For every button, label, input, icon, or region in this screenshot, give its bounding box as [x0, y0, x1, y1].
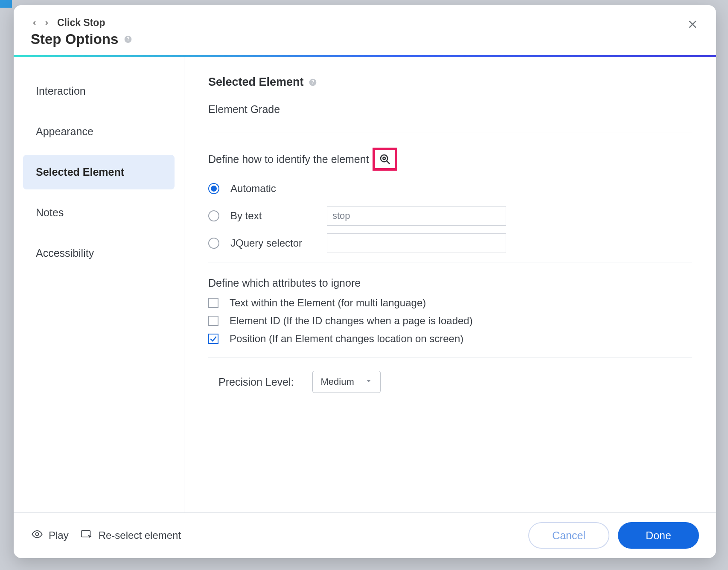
dialog-footer: Play Re-select element Cancel Done	[14, 512, 716, 558]
sidebar-item-label: Accessibility	[36, 247, 94, 259]
sidebar-item-accessibility[interactable]: Accessibility	[23, 236, 175, 270]
breadcrumb-prev-button[interactable]	[31, 18, 38, 28]
precision-row: Precision Level: Medium	[208, 371, 692, 393]
sidebar-item-appearance[interactable]: Appearance	[23, 114, 175, 149]
help-icon[interactable]	[308, 78, 317, 87]
done-label: Done	[646, 529, 671, 542]
radio-jquery-label: JQuery selector	[230, 237, 316, 249]
sidebar-item-selected-element[interactable]: Selected Element	[23, 155, 175, 189]
identify-label: Define how to identify the element	[208, 153, 369, 166]
jquery-input[interactable]	[327, 233, 506, 253]
dialog-header: Click Stop Step Options	[14, 5, 716, 55]
breadcrumb-label: Click Stop	[57, 17, 105, 29]
element-preview-button[interactable]	[373, 148, 397, 171]
cancel-label: Cancel	[552, 529, 585, 542]
radio-by-text-label: By text	[230, 210, 316, 222]
breadcrumb: Click Stop	[31, 17, 699, 29]
identify-row: Define how to identify the element	[208, 148, 692, 171]
svg-point-5	[383, 157, 385, 160]
section-title-text: Selected Element	[208, 76, 304, 89]
radio-by-text[interactable]	[208, 210, 219, 221]
by-text-input[interactable]	[327, 206, 506, 226]
ignore-elementid-row: Element ID (If the ID changes when a pag…	[208, 315, 692, 327]
close-button[interactable]	[687, 19, 700, 32]
sidebar-item-label: Appearance	[36, 125, 93, 137]
svg-line-6	[387, 161, 390, 164]
checkbox-position[interactable]	[208, 334, 218, 344]
sidebar-item-label: Selected Element	[36, 166, 124, 178]
svg-point-8	[36, 533, 39, 536]
radio-jquery[interactable]	[208, 238, 219, 249]
main-panel: Selected Element Element Grade Define ho…	[184, 57, 716, 512]
step-options-dialog: Click Stop Step Options Interaction Appe…	[14, 5, 716, 558]
divider	[208, 358, 692, 358]
breadcrumb-next-button[interactable]	[43, 18, 50, 28]
precision-select[interactable]: Medium	[312, 371, 381, 393]
eye-icon	[31, 528, 44, 543]
svg-marker-7	[367, 380, 371, 382]
cancel-button[interactable]: Cancel	[528, 522, 609, 549]
reselect-button[interactable]: Re-select element	[81, 528, 181, 543]
done-button[interactable]: Done	[618, 522, 699, 549]
sidebar: Interaction Appearance Selected Element …	[14, 57, 184, 512]
checkbox-position-label: Position (If an Element changes location…	[230, 333, 463, 345]
ignore-text-row: Text within the Element (for multi langu…	[208, 297, 692, 309]
checkbox-text-within[interactable]	[208, 298, 218, 308]
reselect-icon	[81, 528, 93, 543]
sidebar-item-label: Notes	[36, 206, 64, 218]
dialog-title-text: Step Options	[31, 31, 118, 47]
reselect-label: Re-select element	[99, 529, 181, 541]
divider	[208, 262, 692, 262]
checkbox-element-id-label: Element ID (If the ID changes when a pag…	[230, 315, 473, 327]
radio-bytext-row: By text	[208, 206, 692, 226]
ignore-attributes-header: Define which attributes to ignore	[208, 277, 692, 289]
play-label: Play	[49, 529, 69, 541]
precision-value: Medium	[320, 376, 354, 387]
sidebar-item-label: Interaction	[36, 85, 86, 97]
radio-automatic-row: Automatic	[208, 178, 692, 199]
svg-point-4	[381, 155, 387, 162]
checkbox-text-within-label: Text within the Element (for multi langu…	[230, 297, 426, 309]
radio-automatic-label: Automatic	[230, 183, 316, 195]
divider	[208, 133, 692, 133]
dialog-title: Step Options	[31, 31, 133, 47]
sidebar-item-notes[interactable]: Notes	[23, 195, 175, 230]
precision-label: Precision Level:	[218, 376, 294, 388]
sidebar-item-interaction[interactable]: Interaction	[23, 74, 175, 108]
element-grade-label: Element Grade	[208, 103, 692, 116]
checkbox-element-id[interactable]	[208, 316, 218, 326]
section-title: Selected Element	[208, 76, 692, 89]
help-icon[interactable]	[123, 35, 133, 44]
radio-automatic[interactable]	[208, 183, 219, 194]
play-button[interactable]: Play	[31, 528, 69, 543]
radio-jquery-row: JQuery selector	[208, 233, 692, 253]
chevron-down-icon	[365, 376, 373, 387]
ignore-position-row: Position (If an Element changes location…	[208, 333, 692, 345]
